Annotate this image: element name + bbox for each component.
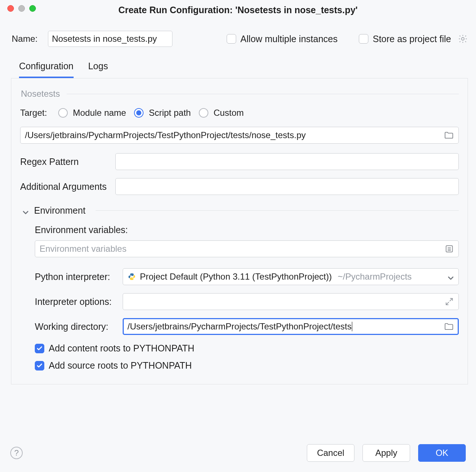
store-as-project-checkbox[interactable]: [359, 34, 368, 44]
titlebar: Create Run Configuration: 'Nosetests in …: [0, 0, 476, 20]
tab-configuration[interactable]: Configuration: [19, 61, 74, 78]
env-vars-list-icon[interactable]: [445, 244, 454, 254]
radio-module-name[interactable]: [58, 108, 68, 118]
nosetests-section-title: Nosetests: [21, 89, 60, 99]
args-input[interactable]: [115, 178, 459, 195]
add-content-roots-checkbox[interactable]: [35, 344, 44, 353]
chevron-down-icon: [22, 207, 29, 214]
maximize-icon[interactable]: [29, 5, 36, 12]
regex-label: Regex Pattern: [20, 156, 115, 167]
configuration-panel: Nosetests Target: Module name Script pat…: [11, 78, 468, 384]
window-title: Create Run Configuration: 'Nosetests in …: [118, 5, 358, 15]
browse-target-folder-icon[interactable]: [444, 130, 454, 140]
radio-module-name-label: Module name: [73, 108, 126, 118]
env-vars-label: Environment variables:: [35, 225, 459, 235]
radio-script-path-label: Script path: [149, 108, 191, 118]
text-caret: [352, 322, 352, 331]
apply-button[interactable]: Apply: [362, 444, 410, 462]
interpreter-options-input[interactable]: [123, 293, 459, 310]
working-dir-label: Working directory:: [35, 321, 123, 332]
environment-title: Environment: [34, 205, 85, 216]
radio-custom-label: Custom: [213, 108, 244, 118]
working-dir-input[interactable]: /Users/jetbrains/PycharmProjects/TestPyt…: [123, 318, 459, 335]
gear-icon[interactable]: [458, 34, 468, 44]
browse-working-dir-folder-icon[interactable]: [444, 321, 454, 332]
name-label: Name:: [12, 34, 38, 44]
cancel-button[interactable]: Cancel: [307, 444, 354, 462]
add-source-roots-label: Add source roots to PYTHONPATH: [49, 360, 192, 371]
radio-custom[interactable]: [199, 108, 208, 118]
allow-multiple-label: Allow multiple instances: [241, 34, 338, 44]
environment-expander[interactable]: Environment: [22, 205, 459, 216]
store-as-project-label: Store as project file: [373, 34, 451, 44]
chevron-down-icon: [447, 273, 454, 280]
add-source-roots-checkbox[interactable]: [35, 361, 44, 370]
allow-multiple-checkbox[interactable]: [227, 34, 236, 44]
minimize-icon[interactable]: [18, 5, 25, 12]
python-icon: [127, 272, 136, 281]
working-dir-value: /Users/jetbrains/PycharmProjects/TestPyt…: [127, 321, 352, 332]
interpreter-value: Project Default (Python 3.11 (TestPython…: [140, 272, 332, 282]
window-controls: [7, 5, 36, 12]
target-path-value: /Users/jetbrains/PycharmProjects/TestPyt…: [25, 130, 306, 140]
name-input-value: Nosetests in nose_tests.py: [52, 34, 157, 44]
add-content-roots-label: Add content roots to PYTHONPATH: [49, 343, 194, 354]
env-vars-input[interactable]: Environment variables: [35, 240, 459, 257]
help-button[interactable]: ?: [10, 447, 23, 459]
close-icon[interactable]: [7, 5, 14, 12]
env-vars-placeholder: Environment variables: [40, 244, 126, 254]
expand-icon[interactable]: [445, 297, 454, 306]
tab-bar: Configuration Logs: [0, 51, 476, 78]
target-label: Target:: [20, 108, 53, 118]
regex-input[interactable]: [115, 153, 459, 170]
ok-button[interactable]: OK: [418, 444, 466, 462]
tab-logs[interactable]: Logs: [88, 61, 108, 78]
interpreter-options-label: Interpreter options:: [35, 296, 123, 307]
svg-point-0: [461, 37, 464, 40]
interpreter-select[interactable]: Project Default (Python 3.11 (TestPython…: [123, 268, 459, 285]
name-input[interactable]: Nosetests in nose_tests.py: [48, 31, 172, 47]
interpreter-label: Python interpreter:: [35, 272, 123, 282]
radio-script-path[interactable]: [134, 108, 144, 118]
args-label: Additional Arguments: [20, 181, 115, 192]
target-path-input[interactable]: /Users/jetbrains/PycharmProjects/TestPyt…: [20, 127, 459, 144]
interpreter-path-hint: ~/PycharmProjects: [338, 272, 412, 282]
